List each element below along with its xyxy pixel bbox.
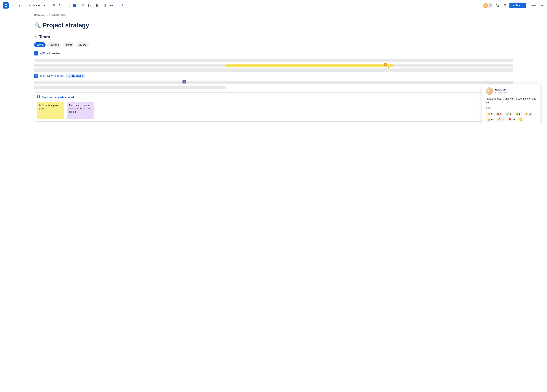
reaction-avocado-emoji: 🥑 bbox=[506, 113, 509, 115]
reaction-avocado[interactable]: 🥑 1 bbox=[504, 112, 513, 116]
mention-button[interactable]: @ bbox=[94, 3, 100, 8]
breadcrumb-sep2: / bbox=[49, 14, 50, 16]
text-format-label: Normal text bbox=[29, 4, 42, 7]
gantt-section: M bbox=[34, 59, 513, 72]
gantt-marker-m: M bbox=[384, 63, 387, 66]
gantt-marker-d: D bbox=[183, 80, 186, 83]
mention-will[interactable]: @Will bbox=[34, 42, 46, 47]
mention-mia[interactable]: @Mia bbox=[63, 42, 75, 47]
reaction-tomato-count: 1 bbox=[500, 113, 501, 115]
separator-3 bbox=[69, 3, 70, 8]
gantt-row-3 bbox=[34, 69, 513, 72]
reaction-clap-emoji: 👏 bbox=[487, 113, 490, 115]
comment-body: Fantastic idea! Can't wait to see this c… bbox=[485, 97, 537, 104]
brainstorm-logo-icon bbox=[37, 95, 40, 99]
undo-button[interactable] bbox=[10, 3, 16, 8]
task-checkbox[interactable]: ✓ bbox=[34, 51, 38, 55]
ios-task-checkbox[interactable]: ✓ bbox=[34, 74, 38, 78]
task-item-eva: ✓ @Eva to review bbox=[34, 51, 513, 55]
reaction-thumbsup-count: 25 bbox=[491, 118, 493, 121]
breadcrumb-root[interactable]: Research bbox=[34, 14, 44, 16]
bold-button[interactable]: B bbox=[51, 3, 56, 8]
comment-avatar: E bbox=[485, 87, 493, 95]
mention-jose[interactable]: @Jose bbox=[76, 42, 89, 47]
italic-button[interactable]: I bbox=[58, 3, 61, 8]
ios-task-link[interactable]: [iOS] New Features bbox=[40, 75, 64, 77]
add-reaction-button[interactable]: 🙂 bbox=[518, 117, 524, 122]
publish-button[interactable]: Publish bbox=[509, 3, 526, 8]
gantt-bar-yellow bbox=[226, 64, 393, 67]
image-button[interactable] bbox=[87, 3, 93, 8]
reactions: 👏 4 🍅 1 🥑 1 😮 2 🧇 10 👍 25 bbox=[485, 112, 537, 122]
comment-meta: Eva Lien 4 hours ago bbox=[495, 88, 507, 94]
team-heading-text: Team bbox=[39, 34, 50, 40]
comment-card: E Eva Lien 4 hours ago Fantastic idea! C… bbox=[482, 84, 540, 124]
brainstorm-header: Brainstorming Whiteboard bbox=[37, 95, 510, 99]
main-content: 🔍 Project strategy ✦ Team @Will @Alana @… bbox=[0, 19, 547, 124]
lock-button[interactable] bbox=[502, 3, 508, 8]
reaction-surprised-emoji: 😮 bbox=[516, 113, 519, 115]
close-button[interactable]: Close bbox=[527, 3, 538, 8]
checkbox-button[interactable] bbox=[72, 3, 78, 8]
reaction-heart-count: 20 bbox=[512, 118, 515, 121]
reaction-heart-emoji: ❤️ bbox=[509, 118, 512, 121]
separator-2 bbox=[49, 3, 49, 8]
reaction-tomato-emoji: 🍅 bbox=[497, 113, 499, 115]
mention-alana[interactable]: @Alana bbox=[47, 42, 61, 47]
reaction-fire-count: 10 bbox=[501, 118, 504, 121]
reaction-waffle[interactable]: 🧇 10 bbox=[523, 112, 533, 116]
table-button[interactable] bbox=[101, 3, 107, 8]
svg-rect-12 bbox=[37, 97, 38, 98]
reaction-clap[interactable]: 👏 4 bbox=[485, 112, 494, 116]
reaction-tomato[interactable]: 🍅 1 bbox=[495, 112, 503, 116]
svg-rect-3 bbox=[103, 4, 105, 7]
avatar-group: E + bbox=[482, 2, 493, 8]
comment-header: E Eva Lien 4 hours ago bbox=[485, 87, 537, 95]
breadcrumb-sep1: / bbox=[45, 14, 45, 16]
gantt-row-4: D bbox=[34, 81, 513, 84]
team-heading: ✦ Team bbox=[34, 34, 513, 40]
sticky-note-1: Let's make a project plan! bbox=[37, 102, 64, 119]
separator-4 bbox=[117, 3, 117, 8]
sparkle-icon: ✦ bbox=[34, 35, 37, 39]
redo-button[interactable] bbox=[17, 3, 23, 8]
breadcrumb-current: Project strategy bbox=[51, 14, 66, 16]
toolbar: Normal text B I ··· @ bbox=[0, 0, 547, 11]
breadcrumb-ellipsis[interactable]: ... bbox=[46, 14, 48, 16]
sticky-note-2: Make sure to share with sales before the… bbox=[67, 102, 94, 119]
gantt-row-1 bbox=[34, 59, 513, 62]
more-format-button[interactable]: ··· bbox=[62, 3, 68, 8]
add-collaborator-button[interactable]: + bbox=[488, 3, 493, 8]
task-assignee[interactable]: @Eva bbox=[40, 52, 48, 55]
sticky-notes: Let's make a project plan! Make sure to … bbox=[37, 102, 510, 119]
svg-rect-13 bbox=[39, 97, 40, 98]
brainstorm-title[interactable]: Brainstorming Whiteboard bbox=[41, 96, 74, 98]
reaction-surprised[interactable]: 😮 2 bbox=[514, 112, 522, 116]
gantt-section-2: D bbox=[34, 81, 513, 89]
reaction-thumbsup[interactable]: 👍 25 bbox=[485, 117, 495, 122]
gantt-row-2: M bbox=[34, 64, 513, 67]
comment-author: Eva Lien bbox=[495, 88, 507, 91]
link-button[interactable] bbox=[79, 3, 85, 8]
brainstorm-section: Brainstorming Whiteboard Let's make a pr… bbox=[34, 92, 513, 122]
more-options-button[interactable]: ··· bbox=[539, 3, 544, 8]
page-title-section: 🔍 Project strategy bbox=[34, 22, 513, 29]
app-logo[interactable] bbox=[3, 2, 9, 8]
team-mentions: @Will @Alana @Mia @Jose bbox=[34, 42, 513, 47]
insert-button[interactable]: + bbox=[109, 3, 115, 8]
task-description: to review bbox=[49, 52, 60, 55]
text-format-dropdown[interactable]: Normal text bbox=[27, 3, 47, 8]
search-button[interactable] bbox=[494, 3, 500, 8]
reaction-heart[interactable]: ❤️ 20 bbox=[507, 117, 516, 122]
in-progress-badge: IN PROGRESS bbox=[66, 74, 85, 78]
page-icon: 🔍 bbox=[34, 22, 41, 28]
reaction-fire[interactable]: 🔥 10 bbox=[496, 117, 506, 122]
page-title[interactable]: Project strategy bbox=[43, 22, 89, 29]
reaction-fire-emoji: 🔥 bbox=[498, 118, 501, 121]
task-text: @Eva to review bbox=[40, 52, 60, 55]
comment-delete-button[interactable]: Delete bbox=[485, 107, 537, 110]
svg-rect-9 bbox=[504, 5, 506, 7]
comment-time: 4 hours ago bbox=[495, 91, 507, 94]
ai-button[interactable] bbox=[119, 3, 126, 8]
svg-point-2 bbox=[89, 5, 90, 5]
